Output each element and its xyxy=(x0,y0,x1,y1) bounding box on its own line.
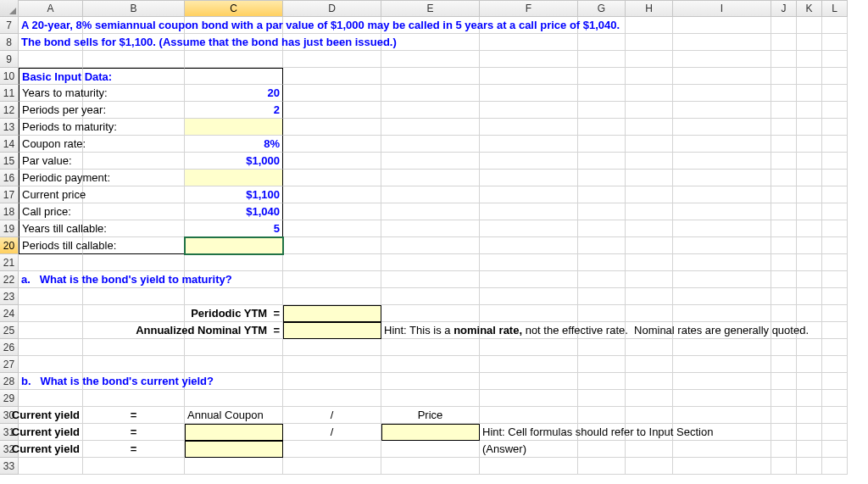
cell-E29[interactable] xyxy=(381,390,480,407)
cell-D30[interactable]: / xyxy=(283,407,381,424)
cell-D33[interactable] xyxy=(283,458,381,475)
cell-D11[interactable] xyxy=(283,85,381,102)
cell-F16[interactable] xyxy=(480,170,578,186)
cell-J27[interactable] xyxy=(771,356,797,373)
cell-L25[interactable] xyxy=(822,322,848,339)
cell-A13[interactable]: Periods to maturity: xyxy=(19,119,83,136)
row-header-24[interactable]: 24 xyxy=(0,305,19,322)
row-header-19[interactable]: 19 xyxy=(0,220,19,237)
cell-I10[interactable] xyxy=(673,68,771,85)
cell-F31[interactable]: Hint: Cell formulas should refer to Inpu… xyxy=(480,424,578,441)
cell-G30[interactable] xyxy=(578,407,626,424)
cell-L16[interactable] xyxy=(822,170,848,186)
cell-F18[interactable] xyxy=(480,203,578,220)
row-header-12[interactable]: 12 xyxy=(0,102,19,119)
cell-G12[interactable] xyxy=(578,102,626,119)
cell-D32[interactable] xyxy=(283,441,381,458)
cell-J17[interactable] xyxy=(771,186,797,203)
cell-K21[interactable] xyxy=(797,254,822,271)
col-header-I[interactable]: I xyxy=(673,0,771,17)
cell-K8[interactable] xyxy=(797,34,822,51)
cell-H28[interactable] xyxy=(626,373,673,390)
row-header-28[interactable]: 28 xyxy=(0,373,19,390)
cell-H20[interactable] xyxy=(626,237,673,254)
cell-I29[interactable] xyxy=(673,390,771,407)
cell-H30[interactable] xyxy=(626,407,673,424)
cell-C12[interactable]: 2 xyxy=(185,102,283,119)
cell-B23[interactable] xyxy=(83,288,185,305)
cell-B30[interactable]: = xyxy=(83,407,185,424)
cell-H29[interactable] xyxy=(626,390,673,407)
cell-L8[interactable] xyxy=(822,34,848,51)
row-header-13[interactable]: 13 xyxy=(0,119,19,136)
cell-E14[interactable] xyxy=(381,136,480,153)
cell-A32[interactable]: Current yield xyxy=(19,441,83,458)
cell-G21[interactable] xyxy=(578,254,626,271)
cell-J24[interactable] xyxy=(771,305,797,322)
cell-B33[interactable] xyxy=(83,458,185,475)
cell-J32[interactable] xyxy=(771,441,797,458)
cell-G15[interactable] xyxy=(578,153,626,170)
cell-J8[interactable] xyxy=(771,34,797,51)
cell-C25[interactable]: Annualized Nominal YTM = xyxy=(185,322,283,339)
cell-H22[interactable] xyxy=(626,271,673,288)
cell-J10[interactable] xyxy=(771,68,797,85)
cell-C17[interactable]: $1,100 xyxy=(185,186,283,203)
cell-G26[interactable] xyxy=(578,339,626,356)
cell-D15[interactable] xyxy=(283,153,381,170)
cell-A19[interactable]: Years till callable: xyxy=(19,220,83,237)
cell-K13[interactable] xyxy=(797,119,822,136)
cell-K18[interactable] xyxy=(797,203,822,220)
cell-I28[interactable] xyxy=(673,373,771,390)
cell-E25[interactable]: Hint: This is a nominal rate, not the ef… xyxy=(381,322,480,339)
cell-I20[interactable] xyxy=(673,237,771,254)
row-header-27[interactable]: 27 xyxy=(0,356,19,373)
cell-A12[interactable]: Periods per year: xyxy=(19,102,83,119)
spreadsheet-grid[interactable]: A B C D E F G H I J K L 7 A 20-year, 8% … xyxy=(0,0,868,475)
row-header-11[interactable]: 11 xyxy=(0,85,19,102)
cell-K28[interactable] xyxy=(797,373,822,390)
cell-A29[interactable] xyxy=(19,390,83,407)
cell-G16[interactable] xyxy=(578,170,626,186)
cell-J15[interactable] xyxy=(771,153,797,170)
cell-C31[interactable] xyxy=(185,424,283,441)
col-header-H[interactable]: H xyxy=(626,0,673,17)
cell-J13[interactable] xyxy=(771,119,797,136)
cell-B21[interactable] xyxy=(83,254,185,271)
cell-D24[interactable] xyxy=(283,305,381,322)
cell-H26[interactable] xyxy=(626,339,673,356)
cell-C9[interactable] xyxy=(185,51,283,68)
cell-C16[interactable] xyxy=(185,170,283,186)
cell-K9[interactable] xyxy=(797,51,822,68)
row-header-17[interactable]: 17 xyxy=(0,186,19,203)
cell-E13[interactable] xyxy=(381,119,480,136)
cell-L30[interactable] xyxy=(822,407,848,424)
cell-L18[interactable] xyxy=(822,203,848,220)
cell-G28[interactable] xyxy=(578,373,626,390)
cell-I22[interactable] xyxy=(673,271,771,288)
col-header-J[interactable]: J xyxy=(771,0,797,17)
cell-H11[interactable] xyxy=(626,85,673,102)
cell-L21[interactable] xyxy=(822,254,848,271)
cell-L32[interactable] xyxy=(822,441,848,458)
cell-C23[interactable] xyxy=(185,288,283,305)
cell-D16[interactable] xyxy=(283,170,381,186)
cell-G9[interactable] xyxy=(578,51,626,68)
cell-F13[interactable] xyxy=(480,119,578,136)
cell-D10[interactable] xyxy=(283,68,381,85)
cell-E16[interactable] xyxy=(381,170,480,186)
cell-H27[interactable] xyxy=(626,356,673,373)
cell-H33[interactable] xyxy=(626,458,673,475)
cell-H9[interactable] xyxy=(626,51,673,68)
cell-H10[interactable] xyxy=(626,68,673,85)
cell-A17[interactable]: Current price xyxy=(19,186,83,203)
cell-F32[interactable]: (Answer) xyxy=(480,441,578,458)
cell-H16[interactable] xyxy=(626,170,673,186)
cell-E18[interactable] xyxy=(381,203,480,220)
cell-J16[interactable] xyxy=(771,170,797,186)
cell-D21[interactable] xyxy=(283,254,381,271)
cell-L13[interactable] xyxy=(822,119,848,136)
cell-L11[interactable] xyxy=(822,85,848,102)
cell-L9[interactable] xyxy=(822,51,848,68)
cell-A8[interactable]: The bond sells for $1,100. (Assume that … xyxy=(19,34,83,51)
